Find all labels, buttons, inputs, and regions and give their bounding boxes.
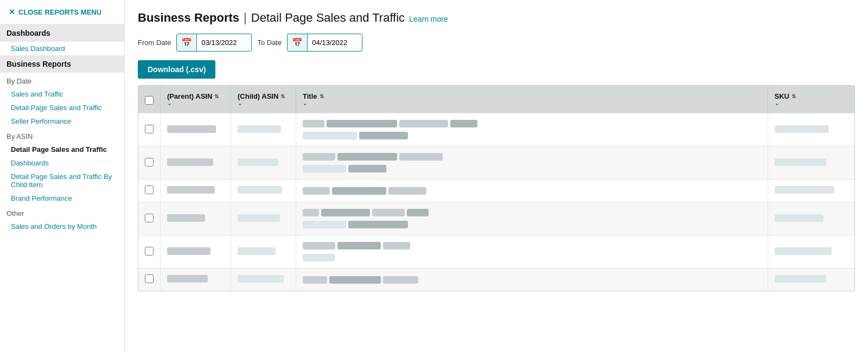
- cell-title: [296, 268, 768, 291]
- dashboards-section-header: Dashboards: [0, 24, 124, 42]
- table-row: [138, 180, 854, 202]
- cell-parent-asin: [161, 180, 231, 202]
- date-controls: From Date 📅 To Date 📅: [138, 34, 855, 52]
- cell-parent-asin: [161, 235, 231, 268]
- header-parent-asin: (Parent) ASIN ⇅ ⌄: [161, 86, 231, 113]
- from-date-label: From Date: [138, 39, 171, 47]
- page-title-main: Business Reports: [138, 11, 239, 25]
- sidebar-item-brand-performance[interactable]: Brand Performance: [0, 191, 124, 205]
- sku-chevron-icon[interactable]: ⌄: [775, 100, 848, 106]
- child-asin-sort-icon[interactable]: ⇅: [280, 93, 285, 99]
- by-date-subheader: By Date: [0, 73, 124, 87]
- header-child-asin: (Child) ASIN ⇅ ⌄: [231, 86, 296, 113]
- cell-sku: [768, 268, 854, 291]
- row-checkbox[interactable]: [145, 185, 154, 194]
- cell-child-asin: [231, 113, 296, 146]
- row-checkbox[interactable]: [145, 214, 154, 222]
- from-date-input[interactable]: [197, 35, 251, 50]
- close-icon: ✕: [9, 8, 15, 16]
- title-separator: |: [244, 11, 247, 25]
- cell-title: [296, 202, 768, 235]
- cell-parent-asin: [161, 268, 231, 291]
- parent-asin-sort-icon[interactable]: ⇅: [214, 93, 219, 99]
- data-table: (Parent) ASIN ⇅ ⌄ (Child) ASIN ⇅ ⌄: [138, 86, 854, 291]
- table-header-row: (Parent) ASIN ⇅ ⌄ (Child) ASIN ⇅ ⌄: [138, 86, 854, 113]
- sidebar-item-detail-page-sales-traffic-asin[interactable]: Detail Page Sales and Traffic: [0, 143, 124, 156]
- sidebar-item-detail-page-parent[interactable]: Dashboards: [0, 156, 124, 170]
- cell-child-asin: [231, 180, 296, 202]
- cell-parent-asin: [161, 202, 231, 235]
- cell-title: [296, 180, 768, 202]
- data-table-wrapper: (Parent) ASIN ⇅ ⌄ (Child) ASIN ⇅ ⌄: [138, 85, 855, 291]
- sidebar-item-sales-dashboard[interactable]: Sales Dashboard: [0, 42, 124, 55]
- cell-sku: [768, 202, 854, 235]
- cell-sku: [768, 235, 854, 268]
- table-row: [138, 268, 854, 291]
- cell-child-asin: [231, 146, 296, 180]
- header-sku: SKU ⇅ ⌄: [768, 86, 854, 113]
- sidebar-item-seller-performance[interactable]: Seller Performance: [0, 114, 124, 128]
- parent-asin-chevron-icon[interactable]: ⌄: [167, 100, 224, 106]
- from-date-wrapper: 📅: [176, 34, 252, 52]
- to-date-wrapper: 📅: [287, 34, 362, 52]
- sidebar: ✕ CLOSE REPORTS MENU Dashboards Sales Da…: [0, 0, 125, 352]
- from-date-calendar-icon[interactable]: 📅: [177, 34, 197, 51]
- select-all-checkbox[interactable]: [145, 96, 154, 105]
- cell-child-asin: [231, 268, 296, 291]
- to-date-label: To Date: [257, 39, 282, 47]
- sidebar-item-sales-and-traffic[interactable]: Sales and Traffic: [0, 87, 124, 101]
- close-reports-menu-button[interactable]: ✕ CLOSE REPORTS MENU: [0, 0, 124, 24]
- main-content: Business Reports | Detail Page Sales and…: [125, 0, 868, 352]
- child-asin-chevron-icon[interactable]: ⌄: [238, 100, 289, 106]
- title-chevron-icon[interactable]: ⌄: [303, 100, 761, 106]
- cell-title: [296, 146, 768, 180]
- download-csv-button[interactable]: Download (.csv): [138, 60, 215, 79]
- cell-child-asin: [231, 235, 296, 268]
- table-row: [138, 146, 854, 180]
- title-sort-icon[interactable]: ⇅: [320, 93, 324, 99]
- cell-sku: [768, 113, 854, 146]
- cell-parent-asin: [161, 113, 231, 146]
- sidebar-item-detail-page-sales-traffic-date[interactable]: Detail Page Sales and Traffic: [0, 101, 124, 114]
- table-row: [138, 202, 854, 235]
- cell-title: [296, 235, 768, 268]
- cell-parent-asin: [161, 146, 231, 180]
- cell-child-asin: [231, 202, 296, 235]
- row-checkbox[interactable]: [145, 274, 154, 283]
- business-reports-section-header: Business Reports: [0, 55, 124, 73]
- sku-sort-icon[interactable]: ⇅: [792, 93, 796, 99]
- sidebar-item-sales-orders-month[interactable]: Sales and Orders by Month: [0, 220, 124, 233]
- cell-title: [296, 113, 768, 146]
- header-checkbox-col: [138, 86, 161, 113]
- by-asin-subheader: By ASIN: [0, 128, 124, 143]
- to-date-input[interactable]: [308, 35, 362, 50]
- header-title: Title ⇅ ⌄: [296, 86, 768, 113]
- table-body: [138, 113, 854, 291]
- close-menu-label: CLOSE REPORTS MENU: [18, 8, 101, 16]
- cell-sku: [768, 146, 854, 180]
- row-checkbox[interactable]: [145, 125, 154, 133]
- table-row: [138, 235, 854, 268]
- sidebar-item-detail-page-child[interactable]: Detail Page Sales and Traffic By Child I…: [0, 170, 124, 191]
- other-subheader: Other: [0, 205, 124, 220]
- table-row: [138, 113, 854, 146]
- to-date-calendar-icon[interactable]: 📅: [288, 34, 308, 51]
- row-checkbox[interactable]: [145, 158, 154, 167]
- page-title-bar: Business Reports | Detail Page Sales and…: [138, 11, 855, 25]
- page-title-subtitle: Detail Page Sales and Traffic: [251, 11, 405, 25]
- learn-more-link[interactable]: Learn more: [409, 15, 448, 23]
- cell-sku: [768, 180, 854, 202]
- row-checkbox[interactable]: [145, 247, 154, 255]
